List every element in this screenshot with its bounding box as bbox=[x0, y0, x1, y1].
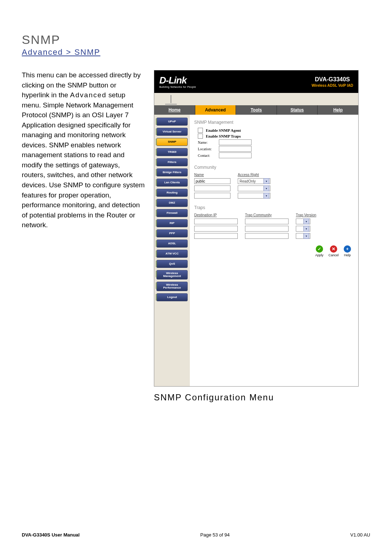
contact-label: Contact: bbox=[198, 154, 217, 158]
help-label: Help bbox=[344, 253, 351, 257]
sidebar-item-upnp[interactable]: UPnP bbox=[156, 118, 188, 126]
tab-status[interactable]: Status bbox=[277, 105, 318, 115]
sidebar-item-lan-clients[interactable]: Lan Clients bbox=[156, 179, 188, 187]
trap-comm-1[interactable] bbox=[245, 226, 289, 232]
brand-name: D-Link bbox=[159, 76, 196, 85]
trap-ver-0[interactable]: ▾ bbox=[296, 219, 310, 224]
footer-right: V1.00 AU bbox=[350, 532, 370, 538]
router-header: D-Link Building Networks for People DVA-… bbox=[154, 70, 358, 93]
antenna-icon bbox=[165, 94, 177, 105]
community-name-1[interactable] bbox=[194, 185, 230, 191]
sidebar-item-wireless-management[interactable]: Wireless Management bbox=[156, 270, 188, 279]
router-screenshot: D-Link Building Networks for People DVA-… bbox=[154, 70, 359, 387]
product-tagline: Wireless ADSL VoIP IAD bbox=[311, 83, 353, 87]
cancel-button[interactable]: ✕ Cancel bbox=[328, 245, 339, 257]
sidebar-item-tr069[interactable]: TR069 bbox=[156, 148, 188, 156]
breadcrumb: Advanced > SNMP bbox=[22, 48, 370, 57]
contact-input[interactable] bbox=[219, 152, 252, 158]
chevron-down-icon: ▾ bbox=[264, 178, 269, 184]
screenshot-column: D-Link Building Networks for People DVA-… bbox=[154, 70, 359, 403]
tab-home[interactable]: Home bbox=[154, 105, 195, 115]
name-input[interactable] bbox=[219, 139, 252, 145]
chevron-down-icon: ▾ bbox=[303, 233, 309, 239]
footer-left: DVA-G3340S User Manual bbox=[22, 532, 79, 538]
help-button[interactable]: + Help bbox=[344, 245, 351, 257]
section-snmp-mgmt: SNMP Management bbox=[194, 120, 354, 125]
community-access-0[interactable]: ReadOnly▾ bbox=[238, 178, 270, 184]
page-footer: DVA-G3340S User Manual Page 53 of 94 V1.… bbox=[22, 532, 370, 538]
community-name-0[interactable] bbox=[194, 178, 230, 184]
sidebar-item-bridge-filters[interactable]: Bridge Filters bbox=[156, 168, 188, 176]
trap-ver-2[interactable]: ▾ bbox=[296, 233, 310, 239]
community-header-name: Name bbox=[194, 173, 230, 177]
sidebar-item-logout[interactable]: Logout bbox=[156, 293, 188, 301]
enable-snmp-traps-checkbox[interactable] bbox=[198, 134, 203, 139]
enable-snmp-traps-label: Enable SNMP Traps bbox=[206, 134, 241, 138]
chevron-down-icon: ▾ bbox=[303, 219, 309, 224]
sidebar-item-routing[interactable]: Routing bbox=[156, 189, 188, 197]
page-title: SNMP bbox=[22, 33, 370, 47]
trap-comm-2[interactable] bbox=[245, 233, 289, 239]
location-input[interactable] bbox=[219, 146, 252, 152]
sidebar-item-ppp[interactable]: PPP bbox=[156, 229, 188, 237]
desc-menu-word: Advanced bbox=[70, 91, 107, 99]
sidebar-item-firewall[interactable]: Firewall bbox=[156, 209, 188, 217]
sidebar-item-dmz[interactable]: DMZ bbox=[156, 199, 188, 207]
enable-snmp-agent-label: Enable SNMP Agent bbox=[206, 128, 241, 132]
sidebar-item-atm-vcc[interactable]: ATM VCC bbox=[156, 250, 188, 258]
top-tabs: Home Advanced Tools Status Help bbox=[154, 105, 358, 115]
sidebar-item-wireless-performance[interactable]: Wireless Performance bbox=[156, 282, 188, 291]
trap-comm-0[interactable] bbox=[245, 219, 289, 224]
sidebar-item-filters[interactable]: Filters bbox=[156, 158, 188, 166]
location-label: Location: bbox=[198, 147, 217, 151]
product-model: DVA-G3340S bbox=[311, 76, 353, 83]
sidebar-item-virtual-server[interactable]: Virtual Server bbox=[156, 128, 188, 136]
sidebar-item-rip[interactable]: RIP bbox=[156, 219, 188, 227]
tab-tools[interactable]: Tools bbox=[236, 105, 277, 115]
community-access-1[interactable]: ▾ bbox=[238, 185, 270, 191]
apply-button[interactable]: ✓ Apply bbox=[315, 245, 323, 257]
trap-ver-1[interactable]: ▾ bbox=[296, 226, 310, 232]
sidebar-item-snmp[interactable]: SNMP bbox=[156, 138, 188, 146]
desc-part-b: setup menu. Simple Network Management Pr… bbox=[22, 91, 145, 229]
sidebar-item-qos[interactable]: QoS bbox=[156, 260, 188, 268]
sidebar-item-adsl[interactable]: ADSL bbox=[156, 240, 188, 248]
apply-label: Apply bbox=[315, 253, 323, 257]
name-label: Name: bbox=[198, 140, 217, 144]
content-pane: SNMP Management Enable SNMP Agent Enable… bbox=[190, 115, 358, 386]
close-icon: ✕ bbox=[330, 245, 337, 253]
community-name-2[interactable] bbox=[194, 193, 230, 199]
sidebar: UPnP Virtual Server SNMP TR069 Filters B… bbox=[154, 115, 190, 386]
traps-header-ver: Trap Version bbox=[296, 213, 321, 217]
cancel-label: Cancel bbox=[328, 253, 339, 257]
community-header-access: Access Right bbox=[238, 173, 270, 177]
tab-advanced[interactable]: Advanced bbox=[195, 105, 236, 115]
community-access-2[interactable]: ▾ bbox=[238, 193, 270, 199]
plus-icon: + bbox=[344, 245, 351, 253]
trap-dest-0[interactable] bbox=[194, 219, 238, 224]
footer-center: Page 53 of 94 bbox=[200, 532, 230, 538]
trap-dest-2[interactable] bbox=[194, 233, 238, 239]
tab-help[interactable]: Help bbox=[318, 105, 358, 115]
chevron-down-icon: ▾ bbox=[264, 193, 269, 199]
brand-tagline: Building Networks for People bbox=[159, 86, 196, 88]
section-community: Community bbox=[194, 165, 354, 170]
traps-header-comm: Trap Community bbox=[245, 213, 289, 217]
brand-logo: D-Link Building Networks for People bbox=[159, 76, 196, 88]
antenna-decoration bbox=[154, 93, 358, 105]
figure-caption: SNMP Configuration Menu bbox=[154, 392, 359, 403]
check-icon: ✓ bbox=[316, 245, 323, 253]
product-label: DVA-G3340S Wireless ADSL VoIP IAD bbox=[311, 76, 353, 87]
traps-header-dest: Destination IP bbox=[194, 213, 238, 217]
description-text: This menu can be accessed directly by cl… bbox=[22, 70, 145, 230]
chevron-down-icon: ▾ bbox=[303, 226, 309, 232]
trap-dest-1[interactable] bbox=[194, 226, 238, 232]
chevron-down-icon: ▾ bbox=[264, 185, 269, 191]
section-traps: Traps bbox=[194, 205, 354, 210]
enable-snmp-agent-checkbox[interactable] bbox=[198, 128, 203, 133]
